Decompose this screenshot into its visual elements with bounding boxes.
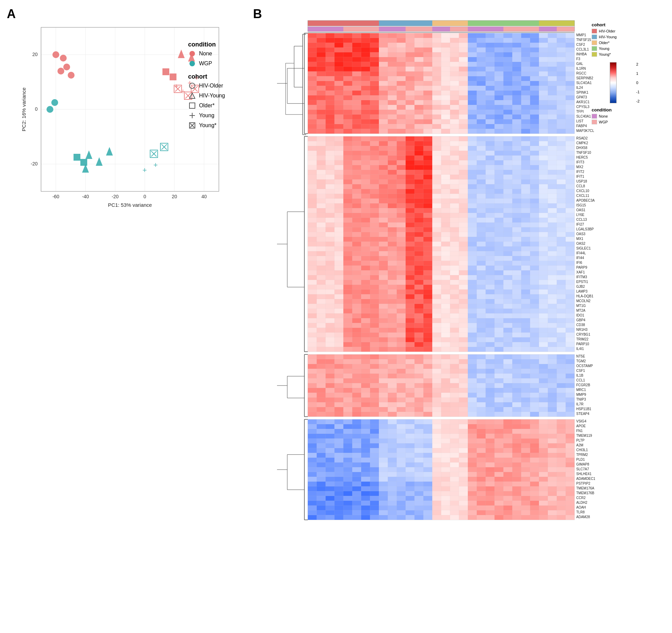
heatmap-legend-older-star: Older* bbox=[592, 40, 640, 45]
svg-text:+: + bbox=[154, 161, 158, 169]
heatmap-legend-condition-wgp: WGP bbox=[592, 120, 640, 124]
heatmap-legend-hiv-young-label: HIV-Young bbox=[599, 35, 617, 39]
panel-b: B bbox=[253, 0, 672, 633]
heatmap-legend: cohort HIV-Older HIV-Young Older* Young … bbox=[592, 22, 640, 125]
panel-b-label: B bbox=[253, 7, 262, 21]
svg-point-61 bbox=[189, 83, 195, 89]
legend-item-wgp: WGP bbox=[188, 59, 250, 68]
svg-text:20: 20 bbox=[172, 194, 177, 199]
scale-mid: 1 bbox=[636, 71, 640, 76]
gradient-scale: 2 1 0 -1 -2 bbox=[592, 62, 640, 103]
svg-text:40: 40 bbox=[201, 194, 207, 199]
legend-none-label: None bbox=[199, 51, 212, 57]
scatter-legend: condition None WGP cohort HIV-Older HIV- bbox=[188, 41, 250, 131]
legend-young: Young bbox=[188, 111, 250, 120]
heatmap-legend-hiv-older-label: HIV-Older bbox=[599, 29, 615, 33]
heatmap-legend-young: Young bbox=[592, 46, 640, 51]
heatmap-legend-condition-none-label: None bbox=[599, 114, 608, 118]
heatmap-condition-legend-title: condition bbox=[592, 107, 640, 112]
heatmap-legend-young-star-label: Young* bbox=[599, 52, 611, 56]
heatmap-legend-young-label: Young bbox=[599, 46, 609, 51]
svg-rect-35 bbox=[170, 73, 176, 80]
svg-text:0: 0 bbox=[35, 106, 38, 112]
svg-text:+: + bbox=[143, 166, 147, 174]
svg-text:-20: -20 bbox=[31, 161, 38, 166]
heatmap-legend-young-star: Young* bbox=[592, 52, 640, 57]
panel-a-label: A bbox=[7, 7, 16, 21]
svg-point-21 bbox=[52, 51, 59, 58]
heatmap-legend-hiv-young: HIV-Young bbox=[592, 35, 640, 39]
svg-point-60 bbox=[189, 61, 195, 66]
svg-text:-40: -40 bbox=[82, 194, 89, 199]
svg-text:20: 20 bbox=[32, 52, 38, 57]
svg-point-22 bbox=[60, 55, 67, 62]
scale-max: 2 bbox=[636, 62, 640, 66]
legend-hiv-young: HIV-Young bbox=[188, 92, 250, 100]
legend-older-star: Older* bbox=[188, 102, 250, 110]
scale-neg1: -1 bbox=[636, 90, 640, 94]
svg-rect-34 bbox=[162, 68, 169, 75]
legend-older-star-label: Older* bbox=[199, 103, 214, 109]
svg-marker-62 bbox=[189, 93, 195, 98]
scale-zero: 0 bbox=[636, 81, 640, 85]
legend-young-star-label: Young* bbox=[199, 122, 216, 129]
svg-rect-36 bbox=[74, 154, 80, 161]
scale-min: -2 bbox=[636, 99, 640, 103]
legend-young-label: Young bbox=[199, 112, 214, 119]
svg-text:-20: -20 bbox=[112, 194, 119, 199]
heatmap-legend-hiv-older: HIV-Older bbox=[592, 29, 640, 33]
x-axis-label: PC1: 53% variance bbox=[108, 202, 152, 208]
panel-a: A bbox=[0, 0, 253, 633]
condition-legend-title: condition bbox=[188, 41, 250, 48]
legend-item-none: None bbox=[188, 50, 250, 58]
svg-point-27 bbox=[51, 99, 58, 106]
svg-point-26 bbox=[47, 106, 53, 113]
svg-point-24 bbox=[57, 68, 64, 75]
svg-point-59 bbox=[189, 51, 195, 56]
heatmap-cohort-legend-title: cohort bbox=[592, 22, 640, 27]
legend-hiv-young-label: HIV-Young bbox=[199, 93, 225, 99]
svg-rect-37 bbox=[80, 159, 87, 166]
heatmap-legend-condition-wgp-label: WGP bbox=[599, 120, 608, 124]
svg-point-23 bbox=[63, 64, 70, 70]
svg-text:0: 0 bbox=[143, 194, 146, 199]
legend-hiv-older: HIV-Older bbox=[188, 82, 250, 90]
heatmap-legend-condition-none: None bbox=[592, 114, 640, 119]
heatmap-area: MMP1TNFSF15CSF2CCL3L1INHBAF3GALIL1RNRGCC… bbox=[274, 19, 633, 627]
legend-hiv-older-label: HIV-Older bbox=[199, 83, 223, 89]
cohort-legend-title: cohort bbox=[188, 73, 250, 80]
svg-text:-60: -60 bbox=[52, 194, 59, 199]
legend-young-star: Young* bbox=[188, 121, 250, 130]
y-axis-label: PC2: 16% variance bbox=[21, 87, 27, 131]
svg-rect-63 bbox=[189, 103, 195, 108]
legend-wgp-label: WGP bbox=[199, 60, 212, 67]
heatmap-legend-older-star-label: Older* bbox=[599, 41, 609, 45]
svg-point-25 bbox=[68, 72, 75, 79]
